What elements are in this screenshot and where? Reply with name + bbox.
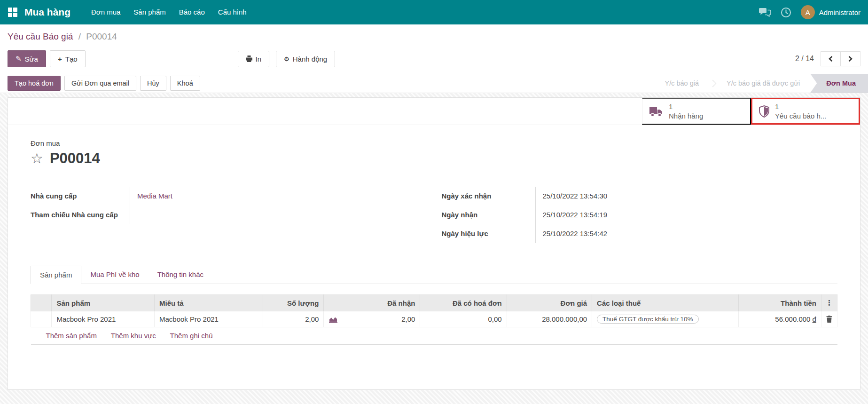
description-column-header[interactable]: Miêu tả	[155, 295, 263, 311]
field-groups: Nhà cung cấp Media Mart Tham chiếu Nhà c…	[31, 187, 837, 243]
user-menu[interactable]: A Administrator	[801, 5, 860, 19]
lock-button[interactable]: Khoá	[170, 76, 200, 91]
warranty-request-smart-button[interactable]: 1 Yêu cầu bảo h...	[751, 98, 860, 125]
plus-icon: +	[58, 55, 62, 63]
confirmation-date-value[interactable]: 25/10/2022 13:54:30	[536, 187, 838, 206]
receipt-date-label: Ngày nhận	[442, 206, 536, 224]
cell-description[interactable]: Macbook Pro 2021	[155, 311, 263, 327]
sheet-body: Đơn mua ☆ P00014 Nhà cung cấp Media Mart…	[8, 125, 860, 345]
activities-clock-icon[interactable]	[781, 7, 791, 18]
confirmation-date-label: Ngày xác nhận	[442, 187, 536, 206]
create-bill-button[interactable]: Tạo hoá đơn	[8, 76, 61, 91]
action-button[interactable]: ⚙ Hành động	[276, 51, 335, 67]
order-line-row[interactable]: Macbook Pro 2021 Macbook Pro 2021 2,00 2…	[31, 311, 837, 327]
received-column-header[interactable]: Đã nhận	[348, 295, 420, 311]
receipt-date-value[interactable]: 25/10/2022 13:54:19	[536, 206, 838, 224]
cell-unit-price[interactable]: 28.000.000,00	[507, 311, 592, 327]
receipt-label: Nhận hàng	[669, 111, 703, 121]
favorite-star-icon[interactable]: ☆	[31, 151, 43, 166]
form-view-area: 1 Nhận hàng 1 Yêu cầu bảo h... Đơn mua ☆…	[0, 93, 868, 404]
create-button[interactable]: + Tạo	[50, 50, 86, 67]
unit-price-column-header[interactable]: Đơn giá	[507, 295, 592, 311]
gear-icon: ⚙	[284, 55, 289, 63]
add-product-link[interactable]: Thêm sản phẩm	[46, 332, 97, 340]
top-navbar: Mua hàng Đơn mua Sản phẩm Báo cáo Cấu hì…	[0, 0, 868, 24]
messages-icon[interactable]	[759, 8, 771, 17]
cell-forecast[interactable]	[324, 311, 348, 327]
breadcrumb: Yêu cầu Báo giá / P00014	[0, 24, 868, 45]
stage-purchase-order[interactable]: Đơn Mua	[810, 74, 868, 93]
pager-previous-button[interactable]	[821, 52, 840, 66]
send-by-email-button[interactable]: Gửi Đơn qua email	[64, 76, 136, 91]
add-section-link[interactable]: Thêm khu vực	[111, 332, 156, 340]
row-handle[interactable]	[31, 311, 52, 327]
print-button[interactable]: In	[238, 51, 270, 67]
taxes-column-header[interactable]: Các loại thuế	[592, 295, 739, 311]
statusbar-buttons: Tạo hoá đơn Gửi Đơn qua email Hủy Khoá	[8, 74, 200, 93]
warranty-label: Yêu cầu bảo h...	[775, 111, 826, 121]
cell-product[interactable]: Macbook Pro 2021	[52, 311, 155, 327]
handle-column-header	[31, 295, 52, 311]
cancel-button[interactable]: Hủy	[140, 76, 166, 91]
notebook-tabs: Sản phẩm Mua Phí về kho Thông tin khác	[31, 266, 837, 284]
effective-date-value[interactable]: 25/10/2022 13:54:42	[536, 224, 838, 243]
warranty-count: 1	[775, 102, 826, 111]
trash-icon[interactable]	[826, 316, 832, 323]
product-column-header[interactable]: Sản phẩm	[52, 295, 155, 311]
pencil-icon: ✎	[16, 55, 22, 63]
stage-rfq[interactable]: Y/c báo giá	[654, 74, 709, 93]
optional-columns-icon[interactable]: ⋮	[821, 295, 837, 311]
cell-quantity[interactable]: 2,00	[263, 311, 324, 327]
order-lines-table: Sản phẩm Miêu tả Số lượng Đã nhận Đã có …	[31, 294, 837, 345]
app-name[interactable]: Mua hàng	[24, 7, 70, 18]
truck-icon	[649, 106, 663, 117]
apps-grid-icon[interactable]	[8, 7, 18, 17]
tax-tag[interactable]: Thuế GTGT được khấu trừ 10%	[597, 315, 699, 324]
add-note-link[interactable]: Thêm ghi chú	[170, 332, 213, 340]
shield-icon	[759, 105, 769, 118]
user-name: Administrator	[819, 8, 860, 16]
table-header-row: Sản phẩm Miêu tả Số lượng Đã nhận Đã có …	[31, 295, 837, 311]
edit-button[interactable]: ✎ Sửa	[8, 50, 46, 67]
vendor-reference-field-label: Tham chiếu Nhà cung cấp	[31, 206, 130, 224]
cell-delete[interactable]	[821, 311, 837, 327]
pager-count: 2 / 14	[795, 55, 814, 63]
cell-taxes[interactable]: Thuế GTGT được khấu trừ 10%	[592, 311, 739, 327]
table-footer-links-row: Thêm sản phẩm Thêm khu vực Thêm ghi chú	[31, 327, 837, 345]
print-action-group: In ⚙ Hành động	[238, 51, 336, 67]
smart-button-box: 1 Nhận hàng 1 Yêu cầu bảo h...	[8, 98, 860, 125]
receipt-smart-button[interactable]: 1 Nhận hàng	[642, 98, 751, 125]
forecast-chart-icon[interactable]	[328, 316, 343, 323]
breadcrumb-parent-link[interactable]: Yêu cầu Báo giá	[8, 32, 73, 41]
cell-subtotal: 56.000.000 đ	[738, 311, 821, 327]
tab-products[interactable]: Sản phẩm	[31, 266, 81, 284]
tab-landed-costs[interactable]: Mua Phí về kho	[81, 266, 148, 284]
breadcrumb-current: P00014	[86, 32, 117, 41]
nav-item-san-pham[interactable]: Sản phẩm	[127, 0, 172, 24]
nav-item-cau-hinh[interactable]: Cấu hình	[211, 0, 253, 24]
cell-billed[interactable]: 0,00	[420, 311, 507, 327]
nav-item-bao-cao[interactable]: Báo cáo	[172, 0, 211, 24]
vendor-reference-field-value[interactable]	[130, 206, 434, 224]
vendor-field-value[interactable]: Media Mart	[130, 187, 434, 206]
forecast-column-header	[324, 295, 348, 311]
subtotal-column-header[interactable]: Thành tiền	[738, 295, 821, 311]
pager-next-button[interactable]	[840, 52, 860, 66]
statusbar: Tạo hoá đơn Gửi Đơn qua email Hủy Khoá Y…	[0, 74, 868, 93]
edit-create-group: ✎ Sửa + Tạo	[8, 50, 86, 67]
nav-item-don-mua[interactable]: Đơn mua	[85, 0, 127, 24]
effective-date-label: Ngày hiệu lực	[442, 224, 536, 243]
navbar-right: A Administrator	[759, 5, 860, 19]
tab-other-info[interactable]: Thông tin khác	[149, 266, 212, 284]
field-group-right: Ngày xác nhận 25/10/2022 13:54:30 Ngày n…	[434, 187, 838, 243]
breadcrumb-separator: /	[76, 32, 84, 41]
vendor-field-label: Nhà cung cấp	[31, 187, 130, 206]
form-sheet: 1 Nhận hàng 1 Yêu cầu bảo h... Đơn mua ☆…	[8, 97, 860, 390]
cell-received[interactable]: 2,00	[348, 311, 420, 327]
status-pipeline: Y/c báo giá Y/c báo giá đã được gửi Đơn …	[654, 74, 868, 93]
billed-column-header[interactable]: Đã có hoá đơn	[420, 295, 507, 311]
controls-row: ✎ Sửa + Tạo In ⚙ Hành động 2 / 14	[0, 45, 868, 74]
quantity-column-header[interactable]: Số lượng	[263, 295, 324, 311]
doc-type-label: Đơn mua	[31, 139, 837, 147]
stage-rfq-sent[interactable]: Y/c báo giá đã được gửi	[716, 74, 810, 93]
